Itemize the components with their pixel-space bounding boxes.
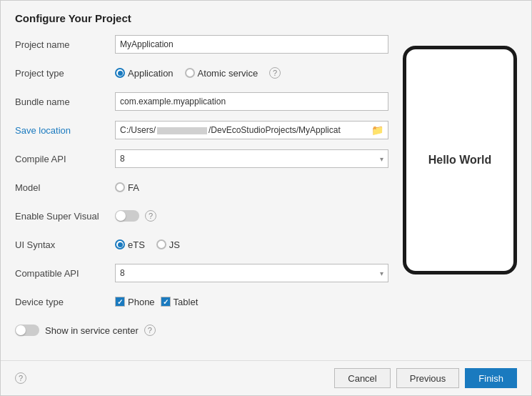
project-name-label: Project name (15, 39, 115, 50)
checkbox-phone[interactable]: ✓ Phone (115, 297, 155, 307)
device-type-row: Device type ✓ Phone ✓ Tablet (15, 289, 388, 315)
footer-help-icon[interactable]: ? (15, 372, 26, 384)
radio-ets[interactable]: eTS (115, 239, 145, 250)
compatible-api-row: Compatible API 8 ▾ (15, 260, 388, 286)
ui-syntax-row: UI Syntax eTS JS (15, 232, 388, 257)
compatible-api-controls: 8 ▾ (115, 264, 388, 282)
model-row: Model FA (15, 174, 388, 200)
checkbox-tablet-box: ✓ (161, 297, 171, 307)
radio-application[interactable]: Application (115, 68, 174, 79)
save-location-label: Save location (15, 125, 115, 136)
save-location-text: C:/Users//DevEcoStudioProjects/MyApplica… (120, 125, 370, 135)
preview-section: Hello World (403, 31, 517, 360)
checkbox-tablet-check: ✓ (163, 298, 169, 306)
bundle-name-input[interactable] (115, 92, 388, 111)
service-center-toggle[interactable] (15, 325, 39, 336)
save-location-controls: C:/Users//DevEcoStudioProjects/MyApplica… (115, 121, 388, 139)
save-location-field[interactable]: C:/Users//DevEcoStudioProjects/MyApplica… (115, 121, 388, 139)
compile-api-arrow: ▾ (380, 155, 383, 163)
previous-button[interactable]: Previous (396, 368, 460, 388)
bundle-name-row: Bundle name (15, 89, 388, 114)
radio-fa[interactable]: FA (115, 182, 139, 193)
radio-ets-circle (115, 239, 125, 249)
project-name-controls (115, 35, 388, 54)
project-type-controls: Application Atomic service ? (115, 67, 388, 79)
super-visual-controls: ? (115, 210, 388, 222)
bundle-name-label: Bundle name (15, 96, 115, 107)
device-type-label: Device type (15, 297, 115, 307)
footer-left: ? (15, 372, 26, 384)
radio-application-circle (115, 68, 125, 78)
project-type-label: Project type (15, 68, 115, 79)
radio-ets-label: eTS (128, 239, 145, 250)
radio-atomic-service[interactable]: Atomic service (185, 68, 259, 79)
compatible-api-arrow: ▾ (380, 269, 383, 277)
redacted-path (157, 127, 207, 134)
model-controls: FA (115, 182, 388, 193)
phone-preview: Hello World (403, 46, 517, 274)
dialog-footer: ? Cancel Previous Finish (1, 360, 531, 395)
project-name-input[interactable] (115, 35, 388, 54)
checkbox-phone-box: ✓ (115, 297, 125, 307)
radio-js-circle (156, 239, 166, 249)
form-section: Project name Project type Application (15, 31, 388, 360)
super-visual-label: Enable Super Visual (15, 211, 115, 222)
radio-fa-circle (115, 182, 125, 192)
folder-browse-icon[interactable]: 📁 (370, 124, 385, 136)
dialog-title: Configure Your Project (1, 1, 531, 31)
checkbox-tablet[interactable]: ✓ Tablet (161, 297, 199, 307)
finish-button[interactable]: Finish (465, 368, 517, 388)
super-visual-row: Enable Super Visual ? (15, 203, 388, 229)
compatible-api-value: 8 (120, 268, 380, 278)
super-visual-help-icon[interactable]: ? (145, 210, 156, 222)
cancel-button[interactable]: Cancel (334, 368, 390, 388)
ui-syntax-radio-group: eTS JS (115, 239, 180, 250)
project-type-help-icon[interactable]: ? (269, 67, 281, 79)
service-center-controls: Show in service center ? (15, 325, 388, 336)
project-type-row: Project type Application Atomic service … (15, 60, 388, 86)
service-center-help-icon[interactable]: ? (144, 325, 156, 336)
project-name-row: Project name (15, 31, 388, 57)
model-label: Model (15, 182, 115, 193)
compile-api-dropdown[interactable]: 8 ▾ (115, 149, 388, 168)
radio-fa-label: FA (128, 182, 139, 193)
device-phone-label: Phone (128, 297, 155, 307)
device-tablet-label: Tablet (174, 297, 199, 307)
footer-buttons: Cancel Previous Finish (334, 368, 517, 388)
radio-application-label: Application (128, 68, 174, 79)
radio-js[interactable]: JS (156, 239, 180, 250)
radio-atomic-label: Atomic service (198, 68, 259, 79)
compile-api-value: 8 (120, 154, 380, 164)
compile-api-controls: 8 ▾ (115, 149, 388, 168)
compile-api-row: Compile API 8 ▾ (15, 146, 388, 172)
compatible-api-dropdown[interactable]: 8 ▾ (115, 264, 388, 282)
service-center-label: Show in service center (45, 325, 139, 336)
save-location-row: Save location C:/Users//DevEcoStudioProj… (15, 117, 388, 143)
hello-world-text: Hello World (428, 154, 492, 167)
service-center-row: Show in service center ? (15, 317, 388, 343)
radio-js-label: JS (169, 239, 180, 250)
device-type-controls: ✓ Phone ✓ Tablet (115, 297, 388, 307)
compatible-api-label: Compatible API (15, 268, 115, 279)
radio-atomic-circle (185, 68, 195, 78)
dialog-content: Project name Project type Application (1, 31, 531, 360)
checkbox-phone-check: ✓ (117, 298, 123, 306)
bundle-name-controls (115, 92, 388, 111)
ui-syntax-controls: eTS JS (115, 239, 388, 250)
project-type-radio-group: Application Atomic service ? (115, 67, 281, 79)
configure-dialog: Configure Your Project Project name Proj… (0, 0, 532, 396)
ui-syntax-label: UI Syntax (15, 239, 115, 250)
compile-api-label: Compile API (15, 154, 115, 164)
super-visual-toggle[interactable] (115, 210, 139, 222)
